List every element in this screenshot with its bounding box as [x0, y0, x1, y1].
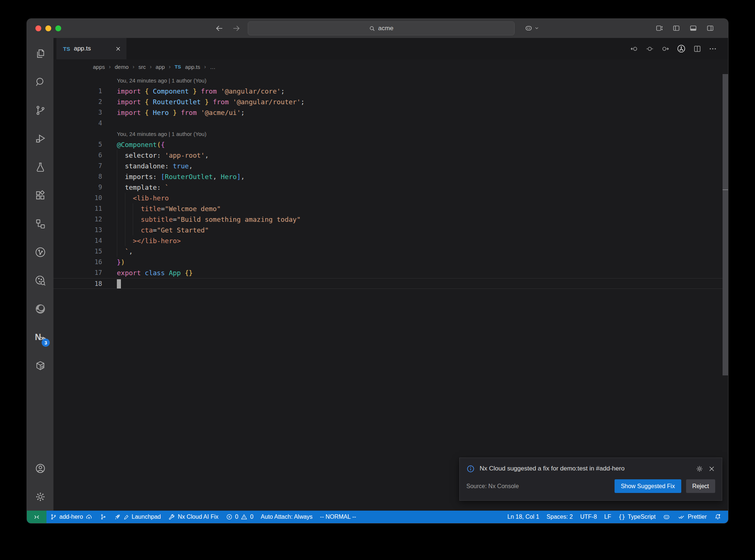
close-window-button[interactable]	[35, 25, 41, 31]
line-number[interactable]: 11	[53, 203, 102, 214]
line-number[interactable]: 18	[53, 279, 102, 288]
nx-graph-search-icon[interactable]	[31, 272, 49, 289]
formatter-status[interactable]: Prettier	[674, 511, 710, 523]
line-number[interactable]: 17	[53, 267, 102, 278]
chevron-down-icon[interactable]	[534, 25, 539, 31]
line-number[interactable]: 16	[53, 257, 102, 267]
language-mode-status[interactable]: {} TypeScript	[615, 511, 660, 523]
next-change-icon[interactable]	[661, 45, 669, 53]
code-row[interactable]: 17export class App {}	[53, 267, 728, 278]
line-number[interactable]: 14	[53, 235, 102, 246]
nx-cloud-fix-button[interactable]: Nx Cloud AI Fix	[164, 511, 222, 523]
code-row[interactable]: 5@Component({	[53, 139, 728, 150]
minimize-window-button[interactable]	[45, 25, 51, 31]
problems-status[interactable]: 0 0	[222, 511, 257, 523]
code-row[interactable]: 16})	[53, 257, 728, 267]
code-row[interactable]: 10 <lib-hero	[53, 193, 728, 203]
line-number[interactable]	[53, 129, 102, 139]
copilot-status[interactable]	[659, 511, 674, 523]
customize-layout-icon[interactable]	[655, 24, 663, 32]
edge-devtools-icon[interactable]	[31, 300, 49, 318]
breadcrumb-file[interactable]: app.ts	[185, 64, 200, 70]
more-actions-icon[interactable]	[709, 45, 717, 53]
code-row[interactable]: 9 template: `	[53, 182, 728, 193]
git-branch-status[interactable]: add-hero	[46, 511, 96, 523]
command-center-search[interactable]: acme	[248, 21, 515, 35]
line-number[interactable]: 9	[53, 182, 102, 193]
toggle-panel-icon[interactable]	[689, 24, 697, 32]
code-row[interactable]: 6 selector: 'app-root',	[53, 150, 728, 161]
code-row[interactable]: 1import { Component } from '@angular/cor…	[53, 86, 728, 97]
toggle-primary-sidebar-icon[interactable]	[672, 24, 680, 32]
vim-mode-indicator[interactable]: -- NORMAL --	[316, 511, 360, 523]
line-number[interactable]: 10	[53, 193, 102, 203]
nx-graph-icon[interactable]	[31, 243, 49, 261]
testing-icon[interactable]	[31, 158, 49, 176]
project-details-icon[interactable]	[31, 215, 49, 232]
breadcrumb-overflow[interactable]: …	[210, 64, 216, 70]
line-number[interactable]: 8	[53, 171, 102, 182]
breadcrumb-item[interactable]: src	[138, 64, 146, 70]
code-row[interactable]: 12 subtitle="Build something amazing tod…	[53, 214, 728, 225]
source-control-icon[interactable]	[31, 101, 49, 119]
explorer-icon[interactable]	[31, 45, 49, 62]
auto-attach-status[interactable]: Auto Attach: Always	[257, 511, 316, 523]
code-row[interactable]: 13 cta="Get Started"	[53, 225, 728, 235]
line-number[interactable]	[53, 75, 102, 86]
run-and-debug-icon[interactable]	[31, 130, 49, 147]
line-number[interactable]: 4	[53, 118, 102, 129]
toggle-secondary-sidebar-icon[interactable]	[706, 24, 714, 32]
eol-status[interactable]: LF	[601, 511, 615, 523]
line-number[interactable]: 5	[53, 139, 102, 150]
containers-icon[interactable]	[31, 357, 49, 374]
search-icon[interactable]	[31, 73, 49, 91]
change-indicator-icon[interactable]	[646, 45, 654, 53]
settings-gear-icon[interactable]	[31, 488, 49, 505]
line-number[interactable]: 7	[53, 161, 102, 171]
editor-scrollbar[interactable]	[723, 74, 728, 511]
code-row[interactable]: 8 imports: [RouterOutlet, Hero],	[53, 171, 728, 182]
code-row[interactable]: 15 `,	[53, 246, 728, 257]
nx-console-icon[interactable]: N≫ 3	[31, 328, 49, 346]
cursor-position-status[interactable]: Ln 18, Col 1	[504, 511, 543, 523]
commit-graph-button[interactable]	[96, 511, 110, 523]
show-suggested-fix-button[interactable]: Show Suggested Fix	[615, 479, 681, 493]
encoding-status[interactable]: UTF-8	[577, 511, 601, 523]
line-number[interactable]: 1	[53, 86, 102, 97]
line-number[interactable]: 3	[53, 107, 102, 118]
line-number[interactable]: 12	[53, 214, 102, 225]
code-row[interactable]: 7 standalone: true,	[53, 161, 728, 171]
launchpad-button[interactable]: Launchpad	[110, 511, 164, 523]
notifications-bell-icon[interactable]	[710, 511, 725, 523]
breadcrumb-item[interactable]: demo	[115, 64, 129, 70]
code-row[interactable]: 11 title="Welcmoe demo"	[53, 203, 728, 214]
navigate-back-icon[interactable]	[215, 24, 224, 33]
tab-app-ts[interactable]: TS app.ts	[56, 38, 126, 59]
remote-indicator[interactable]	[27, 511, 46, 523]
line-number[interactable]: 6	[53, 150, 102, 161]
line-number[interactable]: 13	[53, 225, 102, 235]
code-row[interactable]: 4	[53, 118, 728, 129]
notification-settings-gear-icon[interactable]	[696, 465, 703, 473]
code-editor[interactable]: You, 24 minutes ago | 1 author (You)1imp…	[53, 74, 728, 511]
scrollbar-slider[interactable]	[723, 74, 728, 375]
extensions-icon[interactable]	[31, 186, 49, 204]
breadcrumb-item[interactable]: apps	[93, 64, 105, 70]
code-row[interactable]: 14 ></lib-hero>	[53, 235, 728, 246]
breadcrumb-item[interactable]: app	[156, 64, 165, 70]
line-number[interactable]: 2	[53, 97, 102, 107]
split-editor-icon[interactable]	[693, 45, 702, 53]
code-row[interactable]: 18	[53, 278, 728, 289]
code-row[interactable]: 2import { RouterOutlet } from '@angular/…	[53, 97, 728, 107]
accounts-icon[interactable]	[31, 459, 49, 477]
close-tab-icon[interactable]	[115, 46, 121, 52]
reject-button[interactable]: Reject	[686, 479, 715, 493]
zoom-window-button[interactable]	[55, 25, 61, 31]
navigate-forward-icon[interactable]	[232, 24, 241, 33]
notification-close-icon[interactable]	[708, 465, 715, 472]
copilot-icon[interactable]	[525, 24, 533, 32]
line-number[interactable]: 15	[53, 246, 102, 257]
run-target-icon[interactable]	[676, 44, 686, 53]
code-row[interactable]: 3import { Hero } from '@acme/ui';	[53, 107, 728, 118]
indentation-status[interactable]: Spaces: 2	[543, 511, 577, 523]
